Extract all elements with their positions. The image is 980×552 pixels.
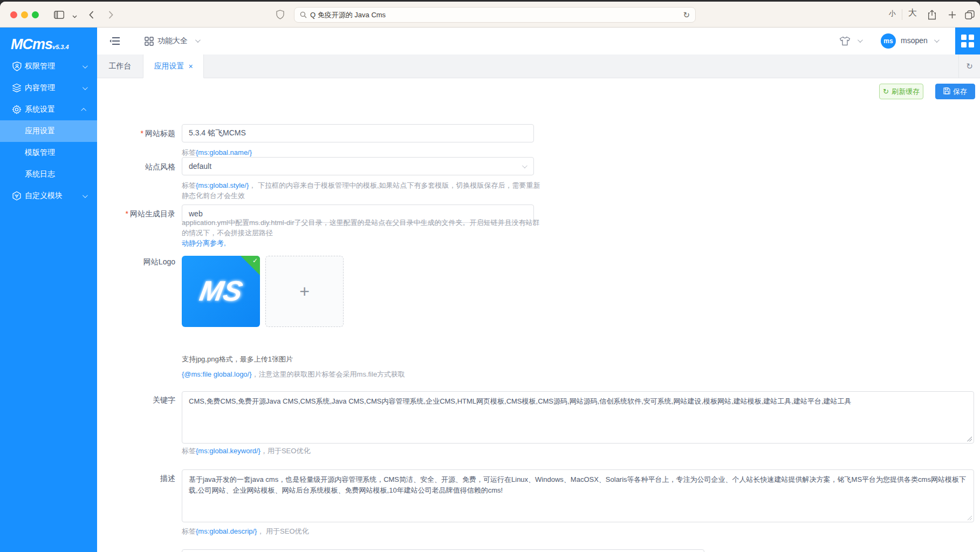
- sidebar: MCmsv5.3.4 权限管理 内容管理: [0, 28, 97, 552]
- hexagon-module-icon: [12, 191, 22, 201]
- sidebar-menu: 权限管理 内容管理 系统设置: [0, 56, 97, 207]
- user-avatar[interactable]: ms: [881, 33, 896, 49]
- next-field-partial-input[interactable]: [182, 549, 704, 552]
- close-window-button[interactable]: [10, 11, 17, 18]
- browser-window: Q 免疫开源的 Java Cms ↻ 小 大 MCmsv5.3.4: [0, 2, 980, 552]
- site-title-label: 网站标题: [105, 129, 175, 139]
- site-style-select[interactable]: default: [182, 157, 534, 175]
- gear-icon: [12, 105, 22, 114]
- minimize-window-button[interactable]: [21, 11, 28, 18]
- plus-icon: +: [299, 282, 310, 302]
- site-dir-helper: application.yml中配置ms.diy.html-dir了父目录，这里…: [182, 217, 544, 238]
- sidebar-chevron-icon[interactable]: [68, 10, 81, 23]
- refresh-cache-label: 刷新缓存: [892, 87, 920, 97]
- site-style-value: default: [189, 162, 211, 171]
- save-label: 保存: [953, 87, 967, 97]
- site-dir-label: 网站生成目录: [105, 209, 175, 219]
- sidebar-item-label: 自定义模块: [25, 191, 63, 201]
- app-logo[interactable]: MCmsv5.3.4: [11, 36, 69, 53]
- description-textarea[interactable]: 基于java开发的一套java cms，也是轻量级开源内容管理系统，CMS简洁、…: [182, 469, 974, 522]
- upload-logo-button[interactable]: +: [265, 256, 344, 327]
- keywords-helper: 标签{ms:global.keyword/}，用于SEO优化: [182, 446, 310, 456]
- helper-suffix: ，用于SEO优化: [261, 447, 310, 455]
- chevron-down-icon: [83, 85, 88, 90]
- sidebar-item-permissions[interactable]: 权限管理: [0, 56, 97, 77]
- tab-app-settings[interactable]: 应用设置 ×: [143, 54, 204, 78]
- chevron-down-icon: [522, 163, 527, 168]
- menu-fold-icon[interactable]: [109, 35, 121, 47]
- mcms-app: MCmsv5.3.4 权限管理 内容管理: [0, 28, 980, 552]
- settings-page: ↻ 刷新缓存 保存 网站标题 标签{ms:global.name/} 站点风格 …: [97, 78, 980, 552]
- sidebar-item-system[interactable]: 系统设置: [0, 99, 97, 120]
- split-reference-link[interactable]: 动静分离参考,: [182, 238, 226, 248]
- refresh-cache-button[interactable]: ↻ 刷新缓存: [879, 84, 923, 99]
- sidebar-subitem-syslog[interactable]: 系统日志: [0, 163, 97, 185]
- save-button[interactable]: 保存: [935, 84, 975, 99]
- tab-workbench[interactable]: 工作台: [97, 54, 143, 78]
- apps-grid-button[interactable]: [955, 28, 980, 54]
- helper-tag: {ms:global.descrip/}: [196, 527, 257, 535]
- sidebar-subitem-template[interactable]: 模版管理: [0, 142, 97, 163]
- description-label: 描述: [105, 474, 175, 483]
- layers-icon: [12, 83, 22, 93]
- app-logo-text: MCms: [11, 36, 52, 52]
- tab-label: 应用设置: [154, 62, 184, 71]
- address-bar[interactable]: Q 免疫开源的 Java Cms ↻: [294, 7, 696, 23]
- sidebar-item-label: 权限管理: [25, 62, 55, 71]
- helper-prefix: 标签: [182, 527, 196, 535]
- helper-suffix: ， 用于SEO优化: [257, 527, 309, 535]
- browser-toolbar: Q 免疫开源的 Java Cms ↻ 小 大: [0, 2, 980, 28]
- font-larger-button[interactable]: 大: [908, 8, 917, 19]
- tab-bar: 工作台 应用设置 × ↻: [97, 54, 980, 78]
- chevron-down-icon[interactable]: [858, 37, 863, 43]
- grid-icon: [961, 35, 974, 47]
- sidebar-subitem-app-settings[interactable]: 应用设置: [0, 120, 97, 142]
- new-tab-icon[interactable]: [945, 8, 958, 21]
- chevron-down-icon: [83, 193, 88, 198]
- forward-icon[interactable]: [104, 8, 117, 21]
- uploaded-logo-image[interactable]: MS ✓: [182, 256, 260, 327]
- chevron-down-icon[interactable]: [934, 37, 940, 43]
- sidebar-item-label: 应用设置: [25, 126, 55, 136]
- helper-tag: {ms:global.style/}: [196, 181, 249, 189]
- sidebar-item-label: 系统日志: [25, 169, 55, 179]
- logo-format-tip: 支持jpg,png格式，最多上传1张图片: [182, 355, 293, 364]
- grid-menu-icon[interactable]: [143, 35, 155, 47]
- description-helper: 标签{ms:global.descrip/}， 用于SEO优化: [182, 526, 309, 536]
- chevron-down-icon: [195, 37, 201, 43]
- site-style-label: 站点风格: [105, 162, 175, 172]
- save-icon: [943, 87, 950, 96]
- sidebar-toggle-icon[interactable]: [52, 8, 65, 21]
- helper-text: ，注意这里的获取图片标签会采用ms.file方式获取: [252, 370, 406, 378]
- reload-icon[interactable]: ↻: [683, 10, 690, 20]
- privacy-shield-icon[interactable]: [273, 8, 286, 21]
- back-icon[interactable]: [85, 8, 98, 21]
- menu-title[interactable]: 功能大全: [157, 36, 188, 46]
- zoom-window-button[interactable]: [32, 11, 39, 18]
- sidebar-item-content[interactable]: 内容管理: [0, 77, 97, 99]
- theme-tshirt-icon[interactable]: [839, 35, 851, 47]
- toolbar-divider: [902, 9, 902, 20]
- sidebar-item-label: 模版管理: [25, 148, 55, 158]
- sidebar-item-custom-module[interactable]: 自定义模块: [0, 185, 97, 207]
- close-tab-icon[interactable]: ×: [188, 62, 193, 71]
- helper-prefix: 标签: [182, 148, 196, 156]
- shield-badge-icon: [12, 62, 22, 71]
- helper-tag: {ms:global.keyword/}: [196, 447, 261, 455]
- tab-overview-icon[interactable]: [963, 8, 976, 21]
- sidebar-item-label: 内容管理: [25, 83, 55, 93]
- keywords-textarea[interactable]: CMS,免费CMS,免费开源Java CMS,CMS系统,Java CMS,CM…: [182, 391, 974, 444]
- share-icon[interactable]: [926, 8, 938, 21]
- site-logo-label: 网站Logo: [105, 257, 175, 267]
- site-title-input[interactable]: [182, 124, 534, 142]
- refresh-tab-icon[interactable]: ↻: [958, 54, 980, 78]
- username[interactable]: msopen: [901, 36, 928, 45]
- font-smaller-button[interactable]: 小: [889, 9, 896, 18]
- helper-tag: {@ms:file global.logo/}: [182, 370, 252, 378]
- sidebar-item-label: 系统设置: [25, 105, 55, 114]
- refresh-icon: ↻: [883, 87, 889, 96]
- app-version: v5.3.4: [52, 44, 69, 50]
- logo-ms-text: MS: [197, 275, 245, 307]
- keywords-label: 关键字: [105, 396, 175, 405]
- app-header: 功能大全 ms msopen: [97, 28, 980, 54]
